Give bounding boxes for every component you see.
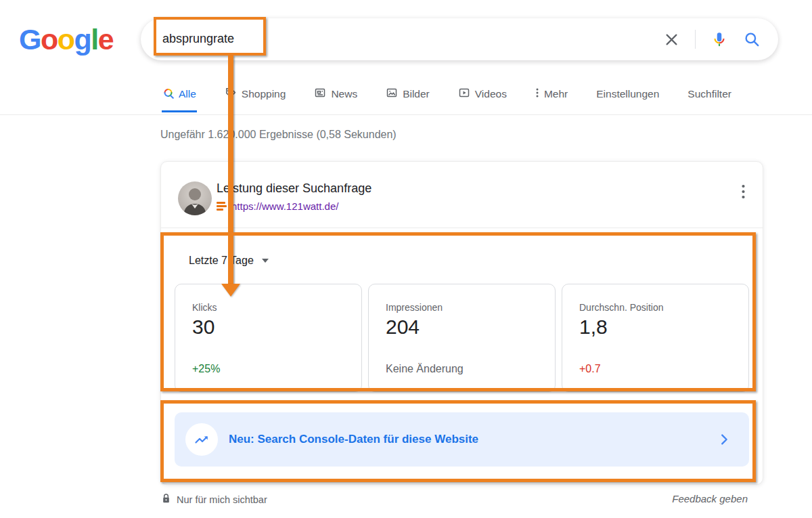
metric-delta: Keine Änderung bbox=[386, 363, 464, 375]
chevron-right-icon[interactable] bbox=[717, 432, 731, 450]
tab-alle[interactable]: Alle bbox=[162, 82, 196, 106]
metric-card-klicks[interactable]: Klicks 30 +25% bbox=[175, 284, 362, 392]
site-favicon-icon bbox=[217, 202, 227, 211]
tab-suchfilter[interactable]: Suchfilter bbox=[687, 82, 731, 106]
date-range-label: Letzte 7 Tage bbox=[189, 255, 254, 267]
card-divider bbox=[161, 228, 763, 228]
colored-search-icon bbox=[162, 87, 174, 102]
tab-bilder[interactable]: Bilder bbox=[386, 82, 430, 106]
logo-letter: e bbox=[98, 23, 113, 56]
caret-down-icon bbox=[262, 259, 269, 263]
tab-videos[interactable]: Videos bbox=[458, 82, 507, 106]
avatar bbox=[178, 181, 212, 215]
tab-label: Bilder bbox=[403, 88, 430, 100]
google-search-page: Google absprungrate bbox=[0, 0, 812, 518]
metric-label: Impressionen bbox=[386, 302, 443, 313]
search-bar[interactable]: absprungrate bbox=[141, 18, 778, 60]
search-submit-icon[interactable] bbox=[743, 30, 761, 48]
metric-label: Durchschn. Position bbox=[579, 302, 664, 313]
logo-letter: l bbox=[91, 23, 97, 56]
result-stats: Ungefähr 1.620.000 Ergebnisse (0,58 Seku… bbox=[160, 129, 397, 141]
tab-label: Einstellungen bbox=[596, 88, 659, 100]
result-type-tabs: Alle Shopping News Bild bbox=[162, 82, 731, 106]
metrics-row: Klicks 30 +25% Impressionen 204 Keine Än… bbox=[175, 284, 749, 392]
metric-value: 204 bbox=[386, 316, 420, 339]
tab-label: Shopping bbox=[242, 88, 286, 100]
trending-up-icon bbox=[185, 423, 218, 456]
date-range-dropdown[interactable]: Letzte 7 Tage bbox=[189, 255, 269, 267]
feedback-link[interactable]: Feedback geben bbox=[672, 493, 748, 504]
lock-icon bbox=[161, 493, 171, 506]
tag-icon bbox=[225, 87, 237, 102]
search-divider bbox=[695, 30, 696, 49]
metric-card-impressionen[interactable]: Impressionen 204 Keine Änderung bbox=[368, 284, 556, 392]
search-performance-card: Leistung dieser Suchanfrage https://www.… bbox=[160, 161, 763, 485]
three-dots-vertical-icon bbox=[535, 87, 539, 102]
clear-icon[interactable] bbox=[663, 31, 680, 48]
news-icon bbox=[314, 87, 326, 102]
tab-label: Alle bbox=[179, 88, 196, 100]
tab-label: Suchfilter bbox=[687, 88, 731, 100]
tab-news[interactable]: News bbox=[314, 82, 357, 106]
header-divider bbox=[0, 114, 812, 115]
search-input[interactable]: absprungrate bbox=[162, 32, 234, 46]
metric-value: 30 bbox=[192, 316, 215, 339]
tab-label: Mehr bbox=[544, 88, 568, 100]
logo-letter: o bbox=[58, 23, 74, 56]
card-title: Leistung dieser Suchanfrage bbox=[217, 181, 371, 196]
visibility-note: Nur für mich sichtbar bbox=[161, 493, 267, 506]
logo-letter: g bbox=[74, 23, 91, 56]
image-icon bbox=[386, 87, 398, 102]
tab-label: News bbox=[331, 88, 357, 100]
google-logo[interactable]: Google bbox=[19, 23, 113, 56]
search-console-banner[interactable]: Neu: Search Console-Daten für diese Webs… bbox=[175, 412, 749, 467]
metric-label: Klicks bbox=[192, 302, 217, 313]
tab-einstellungen[interactable]: Einstellungen bbox=[596, 82, 659, 106]
tab-mehr[interactable]: Mehr bbox=[535, 82, 568, 106]
banner-text: Neu: Search Console-Daten für diese Webs… bbox=[229, 412, 478, 467]
voice-search-icon[interactable] bbox=[710, 30, 728, 48]
site-url-link[interactable]: https://www.121watt.de/ bbox=[231, 200, 338, 212]
metric-card-position[interactable]: Durchschn. Position 1,8 +0.7 bbox=[562, 284, 749, 392]
visibility-label: Nur für mich sichtbar bbox=[177, 494, 267, 505]
logo-letter: o bbox=[41, 23, 58, 56]
metric-value: 1,8 bbox=[579, 316, 608, 339]
metric-delta: +0.7 bbox=[579, 363, 601, 375]
tab-shopping[interactable]: Shopping bbox=[225, 82, 286, 106]
logo-letter: G bbox=[19, 23, 41, 56]
metric-delta: +25% bbox=[192, 363, 220, 375]
url-row[interactable]: https://www.121watt.de/ bbox=[217, 200, 338, 212]
card-overflow-menu-icon[interactable] bbox=[742, 184, 745, 202]
play-icon bbox=[458, 87, 470, 102]
tab-label: Videos bbox=[475, 88, 507, 100]
